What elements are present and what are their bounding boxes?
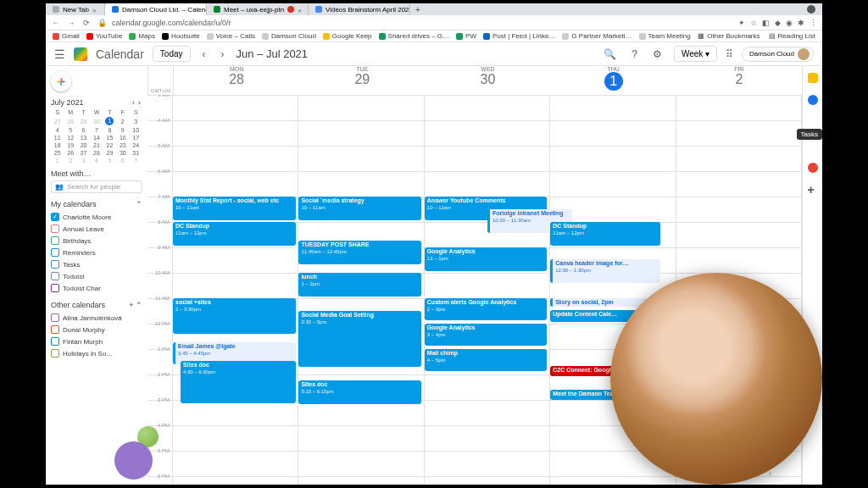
calendar-event[interactable]: Canva header image for…12:30 – 1:30pm (550, 259, 660, 283)
calendar-item[interactable]: Donal Murphy (51, 324, 142, 336)
chevron-up-icon[interactable]: ⌃ (136, 301, 142, 309)
calendar-event[interactable]: Custom alerts Google Analytics2 – 3pm (425, 298, 548, 320)
mini-next[interactable]: › (136, 98, 142, 107)
address-bar: ← → ⟳ 🔒 calendar.google.com/calendar/u/0… (46, 15, 822, 30)
search-icon[interactable]: 🔍 (600, 48, 620, 60)
avatar (798, 48, 810, 60)
lock-icon: 🔒 (97, 19, 107, 27)
bookmark[interactable]: Hootsuite (162, 32, 200, 40)
browser-tabstrip: New Tab× Damson Cloud Ltd. – Calendar× M… (46, 3, 822, 15)
calendar-event[interactable]: Google Analytics3 – 4pm (425, 324, 548, 346)
calendar-item[interactable]: Todoist (51, 270, 142, 282)
webcam-overlay (610, 273, 822, 485)
calendar-event[interactable]: Sites doc5:15 – 6:15pm (298, 380, 421, 404)
calendar-item[interactable]: Annual Leave (51, 223, 142, 235)
clock-icon[interactable] (808, 163, 818, 173)
next-button[interactable]: › (218, 48, 228, 60)
reading-list[interactable]: ▤ Reading List (769, 32, 815, 40)
other-bookmarks[interactable]: ▦ Other Bookmarks (698, 32, 760, 40)
calendar-item[interactable]: Alina Jarmolenková (51, 312, 142, 324)
calendar-item[interactable]: Charlotte Moore (51, 211, 142, 223)
url-field[interactable]: calendar.google.com/calendar/u/0/r (112, 19, 732, 27)
app-title: Calendar (96, 47, 144, 61)
calendar-event[interactable]: Google Analytics12 – 1pm (425, 247, 548, 271)
date-range: Jun – Jul 2021 (236, 47, 309, 60)
create-button[interactable]: ＋ (51, 71, 71, 92)
settings-icon[interactable]: ⚙ (649, 48, 665, 60)
calendar-logo (74, 47, 87, 61)
view-selector[interactable]: Week ▾ (674, 46, 717, 62)
recording-icon (287, 6, 294, 13)
day-header[interactable]: WED30 (425, 66, 550, 95)
calendar-event[interactable]: Mail chimp4 – 5pm (425, 349, 548, 371)
bookmark[interactable]: Post | Feed | Linke… (483, 32, 555, 40)
bookmark[interactable]: YouTube (86, 32, 122, 40)
browser-tab[interactable]: Videos Brainstorm April 2021× (309, 3, 410, 15)
chevron-up-icon[interactable]: ⌃ (136, 200, 142, 208)
calendar-item[interactable]: Fintan Murph (51, 336, 142, 347)
apps-icon[interactable]: ⠿ (726, 48, 733, 60)
calendar-item[interactable]: Todoist Char (51, 282, 142, 294)
new-tab-button[interactable]: + (410, 5, 426, 14)
tasks-icon[interactable] (808, 95, 818, 105)
browser-tab[interactable]: New Tab× (46, 3, 105, 15)
calendar-event[interactable]: DC Standup11am – 12pm (173, 222, 296, 246)
mini-prev[interactable]: ‹ (131, 98, 136, 107)
extension-icon[interactable]: ◧ (761, 19, 770, 27)
search-people-input[interactable]: 👥 Search for people (51, 180, 142, 193)
calendar-event[interactable]: lunch1 – 2pm (298, 273, 421, 297)
calendar-item[interactable]: Reminders (51, 247, 142, 258)
calendar-item[interactable]: Tasks (51, 258, 142, 270)
mini-calendar[interactable]: SMTWTFS 27282930123456789101112131415161… (51, 108, 142, 164)
extension-icon[interactable]: ◆ (773, 19, 782, 27)
account-chip[interactable]: Damson Cloud (742, 47, 814, 62)
browser-tab[interactable]: Meet – uxa-eejp-ptn× (207, 3, 309, 15)
bookmark[interactable]: G Partner Marketi… (562, 32, 632, 40)
star-icon[interactable]: ☆ (749, 19, 758, 27)
bookmark[interactable]: Gmail (53, 32, 80, 40)
sidebar: ＋ July 2021 ‹› SMTWTFS 27282930123456789… (46, 66, 147, 485)
bookmark[interactable]: Maps (129, 32, 155, 40)
calendar-event[interactable]: social +sites2 – 3:30pm (173, 298, 296, 334)
today-button[interactable]: Today (153, 46, 191, 62)
help-icon[interactable]: ? (628, 48, 641, 60)
bookmark[interactable]: PW (456, 32, 476, 40)
bookmark[interactable]: Damson Cloud (262, 32, 316, 40)
back-button[interactable]: ← (51, 19, 61, 27)
extension-icon[interactable]: ◉ (785, 19, 793, 27)
profile-avatar[interactable] (807, 5, 815, 14)
calendar-event[interactable]: Social Media Goal Setting2:30 – 5pm (298, 311, 421, 367)
calendar-event[interactable]: TUESDAY POST SHARE11:45am – 12:45pm (298, 241, 421, 264)
prev-button[interactable]: ‹ (199, 48, 209, 60)
extensions-icon[interactable]: ✱ (797, 19, 805, 27)
bookmark[interactable]: Voice – Calls (207, 32, 255, 40)
bookmark[interactable]: Team Meeting (639, 32, 691, 40)
calendar-header: ☰ Calendar Today ‹ › Jun – Jul 2021 🔍 ? … (46, 42, 822, 66)
extension-icon[interactable]: ✦ (737, 19, 746, 27)
my-calendars-label[interactable]: My calendars (51, 200, 97, 208)
reload-button[interactable]: ⟳ (81, 19, 92, 27)
day-header[interactable]: FRI2 (676, 66, 802, 95)
main-menu-icon[interactable]: ☰ (54, 47, 65, 61)
calendar-event[interactable]: DC Standup11am – 12pm (550, 222, 660, 246)
meet-with-label: Meet with… (51, 169, 142, 178)
day-header[interactable]: TUE29 (299, 66, 425, 95)
day-header[interactable]: THU1 (551, 66, 676, 95)
calendar-item[interactable]: Birthdays (51, 235, 142, 247)
add-calendar-icon[interactable]: + (129, 301, 133, 309)
close-icon[interactable]: × (298, 7, 302, 12)
close-icon[interactable]: × (92, 7, 97, 12)
bookmark[interactable]: Shared drives – G… (379, 32, 449, 40)
bookmark[interactable]: Google Keep (323, 32, 372, 40)
browser-tab[interactable]: Damson Cloud Ltd. – Calendar× (105, 3, 207, 15)
day-header[interactable]: MON28 (174, 66, 299, 95)
add-addon-icon[interactable]: + (808, 185, 818, 195)
calendar-event[interactable]: Monthly Stat Report - social, web etc10 … (173, 197, 296, 220)
calendar-event[interactable]: Sites doc4:30 – 6:30pm (181, 361, 296, 403)
keep-icon[interactable] (808, 73, 818, 83)
other-calendars-label[interactable]: Other calendars (51, 301, 105, 309)
calendar-event[interactable]: Social `media strategy10 – 11am (298, 197, 421, 220)
calendar-item[interactable]: Holidays in So… (51, 347, 142, 359)
menu-icon[interactable]: ⋮ (809, 19, 817, 27)
forward-button[interactable]: → (66, 19, 76, 27)
